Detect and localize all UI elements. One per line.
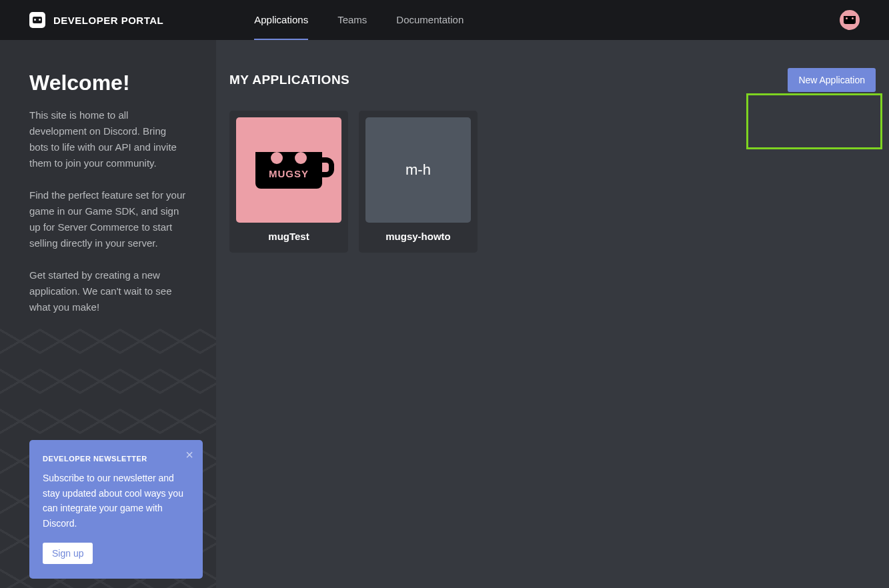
app-thumbnail-initials: m-h [365,117,471,223]
main-nav: Applications Teams Documentation [254,0,464,40]
new-application-button[interactable]: New Application [788,68,876,92]
app-initials: m-h [405,161,431,179]
header-left: DEVELOPER PORTAL Applications Teams Docu… [29,0,464,40]
sidebar: Welcome! This site is home to all develo… [0,40,216,588]
discord-logo-icon[interactable] [29,12,45,28]
newsletter-text: Subscribe to our newsletter and stay upd… [43,471,189,531]
main-layout: Welcome! This site is home to all develo… [0,40,889,588]
user-avatar[interactable] [840,10,860,30]
welcome-paragraph-2: Find the perfect feature set for your ga… [29,187,187,251]
app-name: mugsy-howto [365,231,471,242]
newsletter-title: DEVELOPER NEWSLETTER [43,455,189,463]
nav-teams[interactable]: Teams [337,0,367,40]
site-title: DEVELOPER PORTAL [53,15,163,26]
top-header: DEVELOPER PORTAL Applications Teams Docu… [0,0,889,40]
close-icon[interactable]: × [185,448,193,461]
mugsy-logo-text: MUGSY [269,168,309,179]
applications-grid: MUGSY mugTest m-h mugsy-howto [229,111,876,253]
welcome-paragraph-1: This site is home to all development on … [29,107,187,171]
signup-button[interactable]: Sign up [43,543,93,564]
app-name: mugTest [236,231,341,242]
app-card-mugsy-howto[interactable]: m-h mugsy-howto [359,111,478,253]
app-card-mugtest[interactable]: MUGSY mugTest [229,111,348,253]
page-title: MY APPLICATIONS [229,73,349,87]
app-thumbnail-mugsy-icon: MUGSY [236,117,341,223]
content-header: MY APPLICATIONS New Application [229,68,876,92]
nav-applications[interactable]: Applications [254,0,308,40]
content-area: MY APPLICATIONS New Application MUGSY mu… [216,40,889,588]
nav-documentation[interactable]: Documentation [396,0,464,40]
welcome-heading: Welcome! [29,71,187,95]
welcome-paragraph-3: Get started by creating a new applicatio… [29,267,187,315]
newsletter-card: × DEVELOPER NEWSLETTER Subscribe to our … [29,440,203,579]
